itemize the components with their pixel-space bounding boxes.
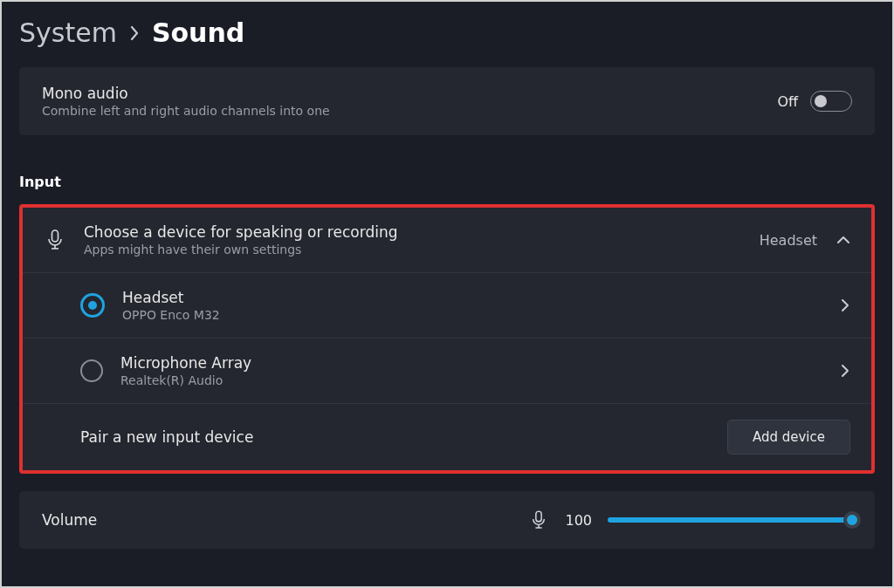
chevron-up-icon bbox=[836, 235, 850, 245]
input-chooser-title: Choose a device for speaking or recordin… bbox=[84, 223, 742, 241]
chevron-right-icon bbox=[129, 25, 140, 41]
microphone-icon bbox=[44, 229, 66, 250]
breadcrumb: System Sound bbox=[9, 17, 885, 60]
input-device-microphone-array[interactable]: Microphone Array Realtek(R) Audio bbox=[23, 338, 871, 404]
chevron-right-icon[interactable] bbox=[840, 298, 850, 312]
microphone-icon[interactable] bbox=[531, 510, 547, 530]
mono-audio-toggle[interactable] bbox=[810, 91, 852, 112]
mono-audio-sub: Combine left and right audio channels in… bbox=[42, 104, 330, 118]
device-name: Microphone Array bbox=[120, 354, 822, 372]
input-current-device: Headset bbox=[760, 232, 817, 249]
volume-slider[interactable] bbox=[608, 517, 852, 523]
input-section-label: Input bbox=[9, 135, 885, 204]
mono-audio-setting[interactable]: Mono audio Combine left and right audio … bbox=[19, 67, 875, 135]
mono-audio-title: Mono audio bbox=[42, 85, 330, 102]
pair-label: Pair a new input device bbox=[80, 428, 253, 446]
radio-unselected[interactable] bbox=[80, 359, 103, 382]
volume-label: Volume bbox=[42, 511, 515, 529]
input-chooser-sub: Apps might have their own settings bbox=[84, 243, 742, 256]
input-device-chooser[interactable]: Choose a device for speaking or recordin… bbox=[23, 208, 871, 273]
device-driver: OPPO Enco M32 bbox=[122, 308, 822, 322]
toggle-knob bbox=[815, 95, 827, 107]
device-name: Headset bbox=[122, 289, 822, 306]
svg-rect-0 bbox=[52, 230, 58, 242]
radio-selected[interactable] bbox=[80, 293, 105, 318]
input-volume-setting: Volume 100 bbox=[19, 491, 875, 549]
chevron-right-icon[interactable] bbox=[840, 364, 850, 378]
pair-new-device-row: Pair a new input device Add device bbox=[23, 404, 871, 470]
add-device-button[interactable]: Add device bbox=[727, 420, 850, 455]
svg-rect-3 bbox=[536, 511, 541, 522]
input-section: Choose a device for speaking or recordin… bbox=[19, 204, 875, 474]
slider-thumb[interactable] bbox=[843, 511, 861, 529]
breadcrumb-system[interactable]: System bbox=[19, 17, 117, 48]
input-device-headset[interactable]: Headset OPPO Enco M32 bbox=[23, 273, 871, 338]
breadcrumb-sound: Sound bbox=[152, 17, 244, 48]
mono-audio-state-label: Off bbox=[777, 93, 798, 110]
device-driver: Realtek(R) Audio bbox=[120, 373, 822, 387]
volume-value: 100 bbox=[562, 512, 592, 529]
